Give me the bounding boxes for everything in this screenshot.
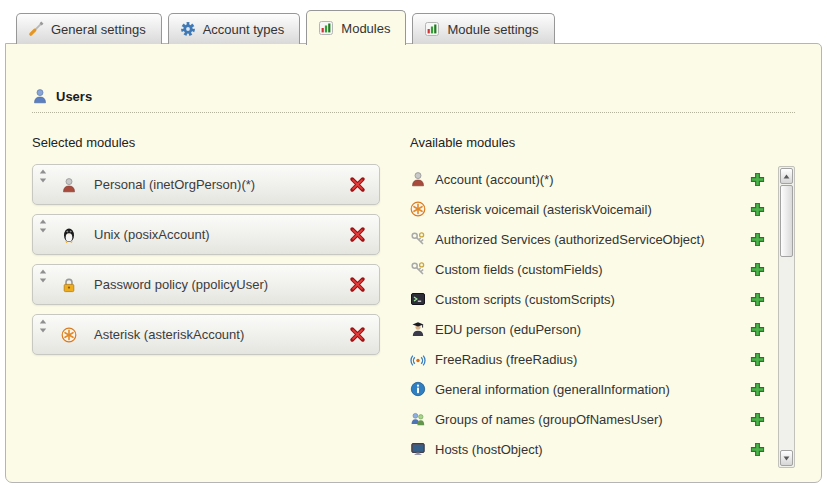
available-module-row: Groups of names (groupOfNamesUser) (410, 404, 778, 434)
red-cross-icon (349, 176, 366, 193)
available-module-row: FreeRadius (freeRadius) (410, 344, 778, 374)
green-plus-icon (749, 441, 766, 458)
chart-icon (318, 20, 334, 36)
tab-module-settings[interactable]: Module settings (412, 13, 554, 44)
add-module-button[interactable] (749, 381, 766, 398)
module-label: Custom scripts (customScripts) (435, 292, 615, 307)
available-module-row: Account (account)(*) (410, 164, 778, 194)
person-icon (61, 177, 77, 193)
available-module-row: Custom scripts (customScripts) (410, 284, 778, 314)
available-modules-list: Account (account)(*) Asterisk voicemail … (410, 164, 778, 468)
selected-modules-column: Selected modules Personal (inetOrgPerson… (32, 135, 380, 468)
red-cross-icon (349, 326, 366, 343)
modules-panel: Users Selected modules Personal (inetOrg… (5, 43, 822, 483)
group-icon (410, 411, 426, 427)
person-icon (410, 171, 426, 187)
graduate-icon (410, 321, 426, 337)
green-plus-icon (749, 321, 766, 338)
available-module-row: Custom fields (customFields) (410, 254, 778, 284)
triangle-up-icon (783, 174, 790, 179)
add-module-button[interactable] (749, 441, 766, 458)
available-modules-scrollbar[interactable] (778, 166, 795, 468)
gear-icon (180, 21, 196, 37)
module-label: Account (account)(*) (435, 172, 554, 187)
add-module-button[interactable] (749, 291, 766, 308)
computer-icon (410, 441, 426, 457)
green-plus-icon (749, 261, 766, 278)
remove-module-button[interactable] (349, 176, 366, 193)
available-module-row: EDU person (eduPerson) (410, 314, 778, 344)
selected-module-row[interactable]: Unix (posixAccount) (32, 214, 380, 255)
selected-module-row[interactable]: Personal (inetOrgPerson)(*) (32, 164, 380, 205)
selected-module-row[interactable]: Password policy (ppolicyUser) (32, 264, 380, 305)
asterisk-icon (410, 201, 426, 217)
add-module-button[interactable] (749, 261, 766, 278)
info-icon (410, 381, 426, 397)
radio-icon (410, 351, 426, 367)
tab-label: Modules (341, 21, 390, 36)
drag-handle-icon[interactable] (38, 169, 48, 183)
users-icon (32, 88, 48, 104)
available-modules-body: Account (account)(*) Asterisk voicemail … (410, 164, 795, 468)
available-module-row: General information (generalInformation) (410, 374, 778, 404)
module-label: Unix (posixAccount) (94, 227, 210, 242)
keys-icon (410, 231, 426, 247)
scrollbar-track[interactable] (779, 257, 794, 449)
add-module-button[interactable] (749, 231, 766, 248)
keys-icon (410, 261, 426, 277)
green-plus-icon (749, 381, 766, 398)
chart-icon (424, 21, 440, 37)
terminal-icon (410, 291, 426, 307)
green-plus-icon (749, 351, 766, 368)
available-module-row: Hosts (hostObject) (410, 434, 778, 464)
module-label: Custom fields (customFields) (435, 262, 603, 277)
green-plus-icon (749, 171, 766, 188)
green-plus-icon (749, 411, 766, 428)
drag-handle-icon[interactable] (38, 219, 48, 233)
penguin-icon (61, 227, 77, 243)
green-plus-icon (749, 231, 766, 248)
add-module-button[interactable] (749, 351, 766, 368)
settings-tabbar: General settings Account types Modules M… (0, 0, 827, 44)
drag-handle-icon[interactable] (38, 319, 48, 333)
selected-modules-heading: Selected modules (32, 135, 380, 150)
section-title: Users (56, 89, 92, 104)
available-module-row: Asterisk voicemail (asteriskVoicemail) (410, 194, 778, 224)
scroll-down-button[interactable] (780, 450, 793, 466)
tab-label: Module settings (447, 22, 538, 37)
tab-general-settings[interactable]: General settings (16, 13, 162, 44)
red-cross-icon (349, 226, 366, 243)
modules-columns: Selected modules Personal (inetOrgPerson… (32, 135, 795, 468)
users-section-header: Users (32, 88, 795, 113)
tab-modules[interactable]: Modules (306, 10, 406, 45)
tab-label: Account types (203, 22, 285, 37)
green-plus-icon (749, 201, 766, 218)
add-module-button[interactable] (749, 321, 766, 338)
triangle-down-icon (783, 456, 790, 461)
asterisk-icon (61, 327, 77, 343)
available-modules-column: Available modules Account (account)(*) A… (410, 135, 795, 468)
scroll-up-button[interactable] (780, 168, 793, 184)
remove-module-button[interactable] (349, 226, 366, 243)
add-module-button[interactable] (749, 201, 766, 218)
tab-label: General settings (51, 22, 146, 37)
remove-module-button[interactable] (349, 276, 366, 293)
module-label: Personal (inetOrgPerson)(*) (94, 177, 255, 192)
tab-account-types[interactable]: Account types (168, 13, 301, 44)
module-label: EDU person (eduPerson) (435, 322, 581, 337)
scrollbar-thumb[interactable] (780, 185, 793, 257)
module-label: Hosts (hostObject) (435, 442, 543, 457)
module-label: General information (generalInformation) (435, 382, 670, 397)
drag-handle-icon[interactable] (38, 269, 48, 283)
module-label: FreeRadius (freeRadius) (435, 352, 577, 367)
tools-icon (28, 21, 44, 37)
module-label: Asterisk (asteriskAccount) (94, 327, 244, 342)
green-plus-icon (749, 291, 766, 308)
module-label: Groups of names (groupOfNamesUser) (435, 412, 663, 427)
remove-module-button[interactable] (349, 326, 366, 343)
add-module-button[interactable] (749, 171, 766, 188)
add-module-button[interactable] (749, 411, 766, 428)
selected-module-row[interactable]: Asterisk (asteriskAccount) (32, 314, 380, 355)
red-cross-icon (349, 276, 366, 293)
available-module-row: Authorized Services (authorizedServiceOb… (410, 224, 778, 254)
